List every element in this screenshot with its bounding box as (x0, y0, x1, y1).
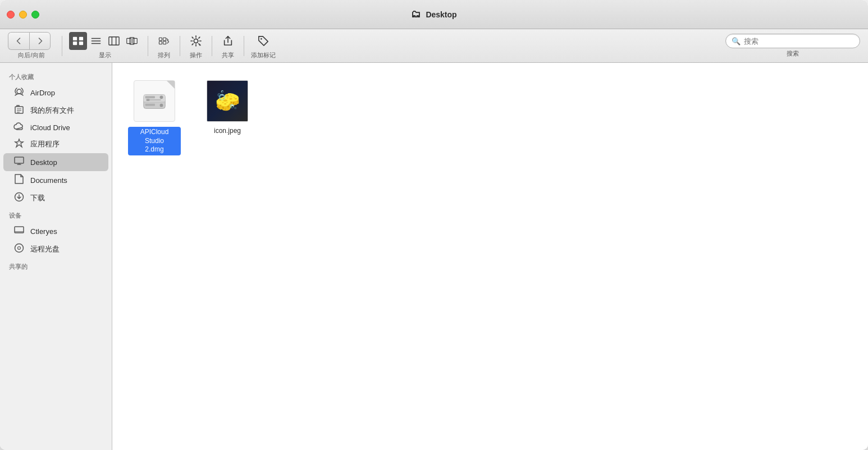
nav-buttons (8, 32, 51, 50)
view-group: 显示 (69, 32, 141, 59)
svg-rect-44 (145, 104, 155, 106)
action-group: 操作 (187, 32, 205, 59)
nav-label: 向后/向前 (18, 51, 44, 59)
svg-rect-43 (145, 96, 155, 98)
documents-label: Documents (30, 176, 67, 185)
svg-rect-1 (79, 37, 83, 40)
file-area: APICloud Studio2.dmg 🧽 icon.jpeg (112, 63, 868, 450)
svg-rect-32 (15, 157, 24, 163)
devices-section-label: 设备 (0, 207, 112, 222)
sidebar-item-applications[interactable]: 应用程序 (3, 135, 108, 153)
svg-line-24 (199, 37, 200, 38)
view-label: 显示 (99, 51, 111, 59)
sort-group: 排列 (155, 32, 173, 59)
coverflow-view-button[interactable] (123, 32, 141, 50)
divider-4 (212, 36, 212, 56)
svg-rect-16 (163, 42, 166, 44)
svg-rect-0 (73, 37, 77, 40)
minimize-button[interactable] (19, 11, 27, 19)
close-button[interactable] (7, 11, 15, 19)
downloads-label: 下载 (30, 193, 45, 203)
desktop-icon (13, 156, 25, 168)
iconjpeg-filename: icon.jpeg (214, 127, 241, 136)
dmg-icon-shape (134, 80, 175, 122)
search-input[interactable] (744, 37, 854, 45)
search-icon: 🔍 (732, 37, 741, 45)
svg-rect-10 (127, 38, 131, 43)
ctleryes-icon (13, 225, 25, 237)
sidebar-item-allfiles[interactable]: 我的所有文件 (3, 102, 108, 120)
sidebar-item-desktop[interactable]: Desktop (3, 153, 108, 171)
apicloud-filename: APICloud Studio2.dmg (128, 127, 181, 155)
jpeg-thumbnail: 🧽 (207, 80, 248, 122)
allfiles-icon (13, 104, 25, 117)
svg-line-25 (192, 44, 193, 45)
divider-1 (62, 36, 62, 56)
svg-point-17 (194, 39, 198, 43)
sidebar-item-downloads[interactable]: 下载 (3, 189, 108, 207)
icon-view-button[interactable] (69, 32, 87, 50)
ctleryes-label: Ctleryes (30, 227, 57, 236)
svg-point-39 (18, 247, 21, 250)
svg-rect-2 (73, 42, 77, 45)
svg-point-45 (160, 95, 163, 99)
spongebob-image: 🧽 (207, 81, 248, 121)
traffic-lights (7, 11, 39, 19)
svg-rect-13 (159, 38, 162, 40)
forward-button[interactable] (29, 32, 51, 50)
share-label: 共享 (222, 51, 234, 59)
svg-rect-12 (133, 38, 138, 43)
divider-3 (180, 36, 180, 56)
applications-icon (13, 138, 25, 150)
hdd-svg (141, 88, 168, 114)
svg-rect-15 (163, 38, 166, 40)
title-text: Desktop (426, 10, 456, 19)
svg-point-26 (261, 38, 262, 40)
maximize-button[interactable] (31, 11, 39, 19)
column-view-button[interactable] (105, 32, 123, 50)
icloud-icon (13, 122, 25, 132)
documents-icon (13, 174, 25, 186)
main-content: 个人收藏 AirDrop (0, 63, 868, 450)
action-button[interactable] (187, 32, 205, 50)
search-box: 🔍 (725, 34, 860, 48)
jpeg-file-icon: 🧽 (205, 79, 250, 123)
search-group: 🔍 搜索 (725, 34, 860, 58)
tag-button[interactable] (254, 32, 272, 50)
list-view-button[interactable] (87, 32, 105, 50)
share-button[interactable] (219, 32, 237, 50)
shared-section-label: 共享的 (0, 258, 112, 273)
svg-rect-48 (147, 99, 150, 101)
airdrop-icon (13, 86, 25, 99)
sidebar-item-remotedisc[interactable]: 远程光盘 (3, 240, 108, 258)
divider-5 (244, 36, 244, 56)
remotedisc-label: 远程光盘 (30, 244, 60, 254)
desktop-label: Desktop (30, 158, 57, 167)
search-label: 搜索 (787, 49, 799, 58)
sidebar-item-documents[interactable]: Documents (3, 171, 108, 189)
svg-point-38 (15, 244, 24, 252)
titlebar: 🗂 Desktop (0, 0, 868, 29)
share-group: 共享 (219, 32, 237, 59)
sort-label: 排列 (158, 51, 170, 59)
sidebar-item-icloud[interactable]: iCloud Drive (3, 120, 108, 135)
sort-button[interactable] (155, 32, 173, 50)
applications-label: 应用程序 (30, 139, 60, 149)
tag-label: 添加标记 (251, 51, 276, 59)
file-item-iconjpeg[interactable]: 🧽 icon.jpeg (197, 74, 258, 160)
dmg-inner (141, 88, 168, 114)
tag-group: 添加标记 (251, 32, 276, 59)
allfiles-label: 我的所有文件 (30, 105, 74, 116)
back-button[interactable] (8, 32, 29, 50)
icloud-label: iCloud Drive (30, 123, 70, 132)
dmg-file-icon (132, 79, 177, 123)
favorites-section-label: 个人收藏 (0, 68, 112, 84)
svg-point-46 (160, 104, 163, 107)
downloads-icon (13, 192, 25, 204)
divider-2 (148, 36, 148, 56)
sidebar-item-ctleryes[interactable]: Ctleryes (3, 222, 108, 240)
svg-line-22 (192, 37, 193, 38)
file-item-apicloud[interactable]: APICloud Studio2.dmg (124, 74, 185, 160)
action-label: 操作 (190, 51, 202, 59)
sidebar-item-airdrop[interactable]: AirDrop (3, 84, 108, 102)
